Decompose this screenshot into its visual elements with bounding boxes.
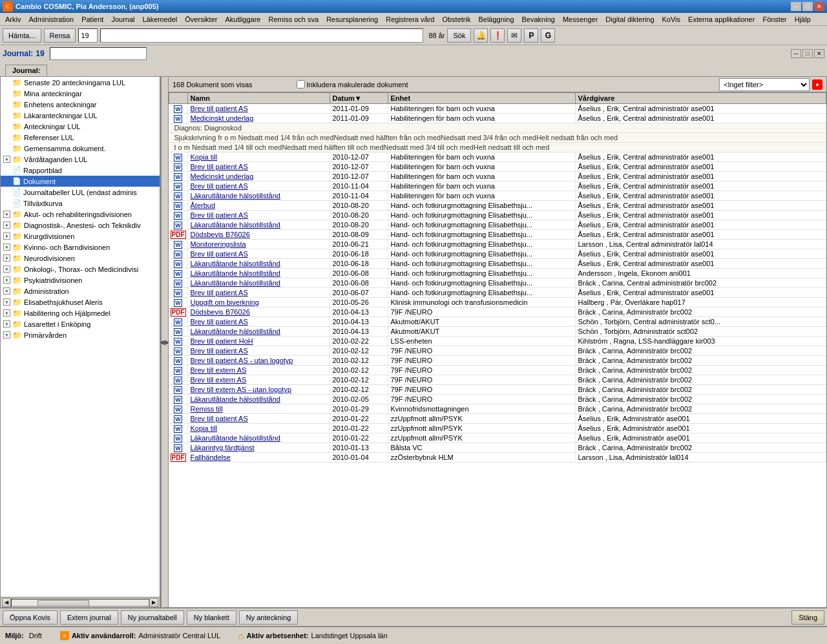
tree-item-journaltabeller[interactable]: 📄Journaltabeller LUL (endast adminis <box>1 187 160 198</box>
table-row[interactable]: WMonitoreringslista2010-06-21Hand- och f… <box>169 240 826 249</box>
exclamation-icon[interactable]: ❗ <box>490 28 505 43</box>
journal-close-button[interactable]: ✕ <box>814 49 824 58</box>
table-row[interactable]: WBrev till patient AS2010-01-22zzUppfmot… <box>169 414 826 424</box>
scroll-thumb[interactable] <box>37 600 89 607</box>
doc-name-cell[interactable]: Fallhändelse <box>187 453 330 462</box>
doc-name-cell[interactable]: Brev till patient AS <box>187 414 330 424</box>
menu-item-patient[interactable]: Patient <box>78 14 107 25</box>
include-deleted-checkbox[interactable] <box>297 80 305 88</box>
table-row[interactable]: WBrev till patient AS2010-06-07Hand- och… <box>169 288 826 298</box>
journal-name-input[interactable] <box>50 47 147 60</box>
doc-name-cell[interactable]: Läkarutlåtande hälsotillstånd <box>187 220 330 230</box>
search-input[interactable] <box>100 28 423 43</box>
doc-name-cell[interactable]: Brev till extern AS <box>187 375 330 385</box>
menu-item-fnster[interactable]: Fönster <box>759 14 790 25</box>
menu-item-belggning[interactable]: Beläggning <box>474 14 518 25</box>
menu-item-externaapplikationer[interactable]: Externa applikationer <box>684 14 759 25</box>
doc-name-cell[interactable]: Brev till patient AS <box>187 162 330 172</box>
doc-name-cell[interactable]: Brev till patient AS <box>187 346 330 356</box>
hamta-button[interactable]: Hämta... <box>3 28 41 43</box>
tree-item-psykiatri[interactable]: +📁Psykiatridivisionen <box>1 275 160 286</box>
doc-name-cell[interactable]: Läkarutlåtande hälsotillstånd <box>187 395 330 404</box>
doc-name-cell[interactable]: Brev till patient AS <box>187 288 330 298</box>
table-row[interactable]: WBrev till extern AS2010-02-1279F /NEURO… <box>169 366 826 375</box>
tree-item-dokument[interactable]: 📄Dokument <box>1 176 160 187</box>
tree-item-elisabethsjukhuset[interactable]: +📁Elisabethsjukhuset Aleris <box>1 296 160 307</box>
tree-toggle-habilitering[interactable]: + <box>3 309 10 317</box>
table-row[interactable]: WBrev till patient AS2010-04-13Akutmott/… <box>169 317 826 327</box>
table-row[interactable]: WBrev till patient AS2010-12-07Habiliter… <box>169 162 826 172</box>
menu-item-administration[interactable]: Administration <box>25 14 78 25</box>
extern-journal-button[interactable]: Extern journal <box>60 610 118 625</box>
tree-toggle-psykiatri[interactable]: + <box>3 276 10 284</box>
table-row[interactable]: WLäkarutlåtande hälsotillstånd2010-11-04… <box>169 191 826 201</box>
tree-toggle-diagnostisk[interactable]: + <box>3 222 10 229</box>
table-row[interactable]: WLäkarutlåtande hälsotillstånd2010-01-22… <box>169 433 826 443</box>
doc-name-cell[interactable]: Brev till patient AS <box>187 104 330 114</box>
minimize-button[interactable]: ─ <box>791 2 801 11</box>
doc-name-cell[interactable]: Monitoreringslista <box>187 240 330 249</box>
tree-toggle-elisabethsjukhuset[interactable]: + <box>3 298 10 306</box>
doc-name-cell[interactable]: Återbud <box>187 201 330 211</box>
menu-item-messenger[interactable]: Messenger <box>559 14 602 25</box>
tree-item-rapportblad[interactable]: 📄Rapportblad <box>1 165 160 176</box>
table-row[interactable]: WLäkarutlåtande hälsotillstånd2010-02-05… <box>169 395 826 404</box>
menu-item-resursplanering[interactable]: Resursplanering <box>322 14 382 25</box>
table-row[interactable]: WBrev till patient AS2010-08-20Hand- och… <box>169 211 826 220</box>
menu-item-journal[interactable]: Journal <box>107 14 138 25</box>
doc-name-cell[interactable]: Brev till patient AS <box>187 211 330 220</box>
menu-item-remissochsva[interactable]: Remiss och sva <box>264 14 322 25</box>
col-unit[interactable]: Enhet <box>388 93 575 104</box>
envelope-icon[interactable]: ✉ <box>507 28 521 43</box>
oppna-kovis-button[interactable]: Öppna Kovis <box>3 610 58 625</box>
menu-item-akutliggare[interactable]: Akutliggare <box>221 14 264 25</box>
rensa-button[interactable]: Rensa <box>44 28 76 43</box>
p-icon[interactable]: P <box>524 28 538 43</box>
tree-item-diagnostisk[interactable]: +📁Diagnostisk-, Anestesi- och Teknikdiv <box>1 220 160 231</box>
table-row[interactable]: WLäkarintyg färdtjänst2010-01-13Bålsta V… <box>169 443 826 453</box>
tree-item-akut[interactable]: +📁Akut- och rehabiliteringsdivisionen <box>1 209 160 220</box>
search-button[interactable]: Sök <box>447 28 471 43</box>
tree-toggle-administration[interactable]: + <box>3 287 10 295</box>
doc-name-cell[interactable]: Läkarutlåtande hälsotillstånd <box>187 278 330 288</box>
doc-name-cell[interactable]: Brev till patient AS - utan logotyp <box>187 356 330 366</box>
menu-item-kovis[interactable]: KoVis <box>658 14 685 25</box>
doc-name-cell[interactable]: Läkarutlåtande hälsotillstånd <box>187 433 330 443</box>
tree-toggle-kirurgdiv[interactable]: + <box>3 233 10 240</box>
ny-blankett-button[interactable]: Ny blankett <box>187 610 236 625</box>
doc-table-container[interactable]: Namn Datum▼ Enhet Vårdgivare WBrev till … <box>169 92 826 607</box>
menu-item-registreravrd[interactable]: Registrera vård <box>382 14 438 25</box>
doc-name-cell[interactable]: Brev till extern AS - utan logotyp <box>187 385 330 395</box>
menu-item-bevakning[interactable]: Bevakning <box>518 14 559 25</box>
table-row[interactable]: t o m Nedsatt med 1/4 till och medNedsat… <box>169 143 826 152</box>
table-row[interactable]: WBrev till patient AS - utan logotyp2010… <box>169 356 826 366</box>
doc-name-cell[interactable]: Brev till patient AS <box>187 182 330 191</box>
doc-name-cell[interactable]: Brev till patient AS <box>187 249 330 259</box>
journal-minimize-button[interactable]: ─ <box>791 49 801 58</box>
tree-item-senaste20[interactable]: 📁Senaste 20 anteckningarna LUL <box>1 77 160 88</box>
col-name[interactable]: Namn <box>187 93 330 104</box>
doc-name-cell[interactable]: Brev till patient HoH <box>187 337 330 346</box>
table-row[interactable]: WLäkarutlåtande hälsotillstånd2010-06-08… <box>169 269 826 278</box>
table-row[interactable]: Diagnos: Diagnoskod <box>169 123 826 133</box>
table-row[interactable]: WMedicinskt underlag2011-01-09Habiliteri… <box>169 114 826 123</box>
table-row[interactable]: WÅterbud2010-08-20Hand- och fotkirurgmot… <box>169 201 826 211</box>
doc-name-cell[interactable]: Dödsbevis B76026 <box>187 307 330 317</box>
doc-name-cell[interactable]: Läkarutlåtande hälsotillstånd <box>187 269 330 278</box>
table-row[interactable]: WKopia till2010-12-07Habiliteringen för … <box>169 152 826 162</box>
g-icon[interactable]: G <box>541 28 555 43</box>
tree-toggle-kvinno[interactable]: + <box>3 244 10 251</box>
tree-item-administration[interactable]: +📁Administration <box>1 286 160 296</box>
table-row[interactable]: WLäkarutlåtande hälsotillstånd2010-08-20… <box>169 220 826 230</box>
tree-item-referenser[interactable]: 📁Referenser LUL <box>1 132 160 143</box>
table-row[interactable]: WBrev till extern AS2010-02-1279F /NEURO… <box>169 375 826 385</box>
doc-name-cell[interactable]: Kopia till <box>187 424 330 433</box>
doc-name-cell[interactable]: Läkarutlåtande hälsotillstånd <box>187 191 330 201</box>
menu-item-lkemedel[interactable]: Läkemedel <box>138 14 181 25</box>
doc-name-cell[interactable]: Medicinskt underlag <box>187 114 330 123</box>
table-row[interactable]: WMedicinskt underlag2010-12-07Habiliteri… <box>169 172 826 182</box>
doc-name-cell[interactable]: Kopia till <box>187 152 330 162</box>
tree-item-enhetens[interactable]: 📁Enhetens anteckningar <box>1 99 160 110</box>
close-button[interactable]: ✕ <box>814 2 824 11</box>
tree-toggle-lasarettet[interactable]: + <box>3 320 10 327</box>
